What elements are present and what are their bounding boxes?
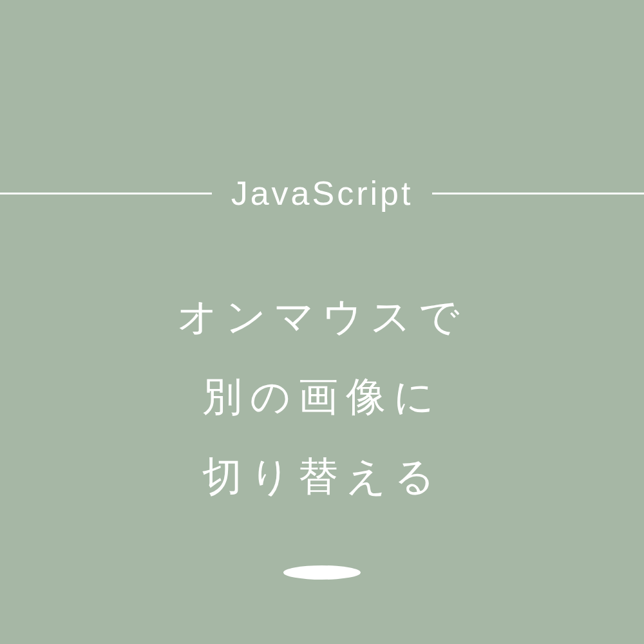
category-label: JavaScript xyxy=(231,174,413,213)
title-line-2: 別の画像に xyxy=(0,357,644,437)
title-line-1: オンマウスで xyxy=(0,277,644,357)
ellipse-icon xyxy=(283,565,361,580)
category-row: JavaScript xyxy=(0,174,644,213)
divider-line-left xyxy=(0,193,212,194)
title-line-3: 切り替える xyxy=(0,437,644,516)
title-block: オンマウスで 別の画像に 切り替える xyxy=(0,277,644,516)
divider-line-right xyxy=(432,193,644,194)
